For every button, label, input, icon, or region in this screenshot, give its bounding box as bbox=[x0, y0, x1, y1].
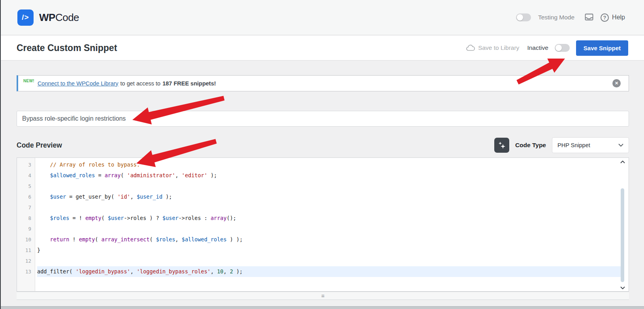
line-number: 11 bbox=[17, 245, 31, 256]
code-token-plain: , bbox=[223, 268, 230, 275]
code-token-plain bbox=[37, 215, 50, 221]
resize-grip-icon: ≡ bbox=[321, 293, 324, 299]
code-token-comment: // Array of roles to bypass. bbox=[50, 161, 140, 168]
code-type-label: Code Type bbox=[515, 142, 546, 149]
editor-scrollbar[interactable] bbox=[619, 158, 629, 291]
code-token-string: 'loggedin_bypass_roles' bbox=[137, 268, 211, 275]
code-token-plain: add_filter( bbox=[37, 268, 76, 275]
toggle-knob bbox=[517, 14, 523, 21]
code-type-value: PHP Snippet bbox=[557, 142, 590, 148]
code-token-plain: , bbox=[175, 236, 182, 243]
code-line[interactable]: } bbox=[37, 245, 621, 256]
cloud-icon bbox=[466, 45, 475, 51]
code-token-plain bbox=[37, 172, 50, 178]
snippet-status-label: Inactive bbox=[527, 44, 548, 51]
code-token-variable: $user_id bbox=[137, 193, 162, 200]
code-token-plain: , bbox=[130, 268, 137, 275]
testing-mode-toggle[interactable] bbox=[516, 13, 531, 21]
code-line[interactable] bbox=[37, 256, 621, 266]
code-token-variable: $allowed_roles bbox=[50, 172, 95, 178]
save-snippet-button[interactable]: Save Snippet bbox=[576, 40, 628, 56]
scroll-down-icon[interactable] bbox=[620, 286, 625, 289]
scrollbar-thumb[interactable] bbox=[621, 188, 624, 282]
code-token-plain: ( bbox=[121, 172, 127, 178]
code-token-string: 'id' bbox=[117, 193, 130, 200]
line-number: 12 bbox=[17, 256, 31, 266]
wpcode-logo[interactable]: /> WPCode bbox=[17, 9, 79, 26]
ai-generate-button[interactable] bbox=[494, 138, 509, 153]
code-gutter: 345678910111213 bbox=[17, 158, 35, 291]
new-badge: NEW! bbox=[23, 79, 34, 83]
line-number: 7 bbox=[17, 202, 31, 213]
line-number: 4 bbox=[17, 170, 31, 181]
notice-text: to get access to bbox=[121, 80, 161, 87]
code-section-header: Code Preview Code Type PHP Snippet bbox=[17, 136, 629, 154]
code-slash-icon: /> bbox=[22, 13, 29, 22]
code-token-variable: $user bbox=[108, 215, 124, 221]
code-line[interactable] bbox=[37, 202, 621, 213]
code-token-variable: $user bbox=[50, 193, 66, 200]
code-token-plain: = ! bbox=[69, 215, 85, 221]
code-token-variable: $user bbox=[162, 215, 179, 221]
code-editor[interactable]: 345678910111213 // Array of roles to byp… bbox=[17, 157, 629, 292]
chevron-down-icon bbox=[618, 144, 623, 147]
code-token-plain: ->roles : bbox=[179, 215, 211, 221]
code-token-plain bbox=[37, 161, 50, 168]
code-line[interactable]: return ! empty( array_intersect( $roles,… bbox=[37, 234, 621, 245]
code-token-plain: } bbox=[37, 247, 40, 253]
code-token-plain: ! bbox=[69, 236, 79, 243]
editor-resize-handle[interactable]: ≡ bbox=[17, 292, 629, 300]
code-token-plain: ( bbox=[95, 236, 101, 243]
code-token-variable: $roles bbox=[50, 215, 70, 221]
code-token-variable: $roles bbox=[156, 236, 175, 243]
code-token-string: 'administrator' bbox=[127, 172, 175, 178]
code-line[interactable] bbox=[37, 181, 621, 191]
code-token-number: 10 bbox=[217, 268, 223, 275]
line-number: 8 bbox=[17, 213, 31, 224]
scroll-up-icon[interactable] bbox=[620, 161, 625, 163]
snippet-active-toggle[interactable] bbox=[555, 44, 570, 52]
code-line[interactable] bbox=[37, 224, 621, 234]
code-token-plain: ( bbox=[102, 215, 108, 221]
help-icon: ? bbox=[601, 13, 609, 22]
page-title: Create Custom Snippet bbox=[17, 43, 117, 53]
code-line[interactable]: $user = get_user_by( 'id', $user_id ); bbox=[37, 191, 621, 202]
code-type-controls: Code Type PHP Snippet bbox=[494, 137, 629, 153]
line-number: 3 bbox=[17, 159, 31, 170]
code-token-plain: ); bbox=[162, 193, 172, 200]
code-type-select[interactable]: PHP Snippet bbox=[552, 137, 629, 153]
code-token-plain: = bbox=[95, 172, 104, 178]
code-line[interactable]: // Array of roles to bypass. bbox=[37, 159, 621, 170]
code-token-plain: = get_user_by( bbox=[66, 193, 117, 200]
code-token-keyword: array bbox=[211, 215, 227, 221]
code-line[interactable]: $roles = ! empty( $user->roles ) ? $user… bbox=[37, 213, 621, 224]
code-token-plain bbox=[37, 236, 50, 243]
connect-library-link[interactable]: Connect to the WPCode Library bbox=[38, 80, 119, 87]
toggle-knob bbox=[555, 45, 562, 51]
wpcode-logo-icon: /> bbox=[17, 9, 34, 26]
logo-text-bold: WP bbox=[39, 11, 55, 23]
snippet-title-input[interactable] bbox=[17, 111, 629, 127]
help-label: Help bbox=[612, 14, 625, 21]
code-token-keyword: array_intersect bbox=[102, 236, 150, 243]
code-token-plain: , bbox=[130, 193, 137, 200]
help-button[interactable]: ? Help bbox=[601, 13, 625, 22]
code-token-keyword: empty bbox=[79, 236, 95, 243]
logo-text-light: Code bbox=[55, 11, 79, 23]
code-line[interactable]: $allowed_roles = array( 'administrator',… bbox=[37, 170, 621, 181]
code-token-plain: , bbox=[175, 172, 182, 178]
notifications-inbox-icon[interactable] bbox=[585, 13, 593, 21]
window-bottom-edge bbox=[0, 306, 644, 309]
code-lines[interactable]: // Array of roles to bypass. $allowed_ro… bbox=[35, 158, 621, 291]
testing-mode-label: Testing Mode bbox=[538, 14, 574, 21]
line-number: 6 bbox=[17, 191, 31, 202]
code-token-variable: $allowed_roles bbox=[182, 236, 227, 243]
code-token-plain: (); bbox=[227, 215, 236, 221]
save-to-library-button[interactable]: Save to Library bbox=[466, 44, 519, 51]
code-preview-heading: Code Preview bbox=[17, 141, 62, 150]
code-line[interactable]: add_filter( 'loggedin_bypass', 'loggedin… bbox=[37, 266, 621, 277]
sparkles-icon bbox=[497, 140, 507, 150]
code-token-plain: ); bbox=[233, 268, 243, 275]
notice-close-icon[interactable]: ✕ bbox=[612, 79, 621, 87]
code-token-plain: ) ); bbox=[227, 236, 243, 243]
